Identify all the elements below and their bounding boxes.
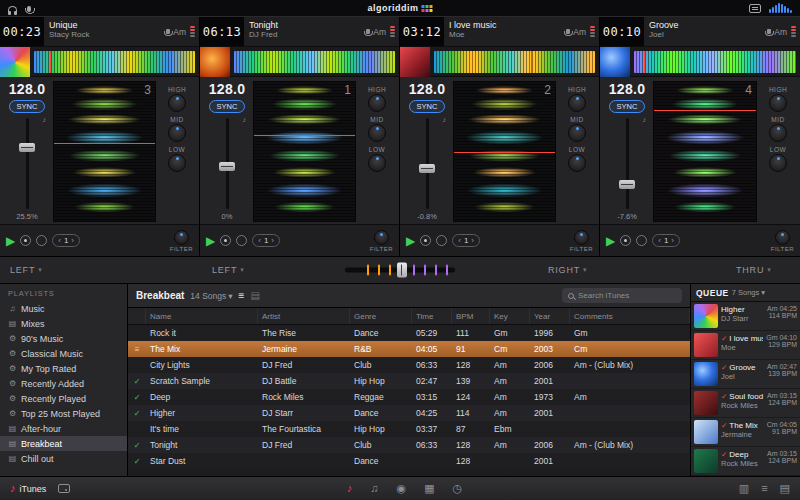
loop-increase-icon[interactable]: ›: [71, 236, 74, 245]
tempo-slider-handle[interactable]: [219, 162, 235, 171]
deck-assign-dropdown-1[interactable]: LEFT ▾: [10, 265, 43, 275]
loop-in-button[interactable]: [436, 235, 447, 246]
deck-time[interactable]: 03:12: [400, 17, 444, 46]
explorer-drive-icon[interactable]: [58, 484, 70, 493]
eq-mid-knob[interactable]: [769, 124, 787, 142]
tempo-slider[interactable]: ♪: [404, 118, 450, 209]
table-row[interactable]: City Lights DJ Fred Club 06:33 128 Am 20…: [128, 357, 690, 373]
tempo-slider-handle[interactable]: [619, 180, 635, 189]
waveform-display[interactable]: 3: [53, 81, 156, 222]
song-count-dropdown[interactable]: 14 Songs ▾: [190, 291, 232, 301]
loop-control[interactable]: ‹ 1 ›: [452, 234, 480, 247]
loop-decrease-icon[interactable]: ‹: [58, 236, 61, 245]
window-layout-icon[interactable]: [749, 4, 761, 13]
filter-knob[interactable]: [374, 230, 389, 245]
sidebar-item-classical-music[interactable]: ⚙ Classical Music: [0, 346, 127, 361]
sync-button[interactable]: SYNC: [409, 100, 446, 113]
queue-count-dropdown[interactable]: 7 Songs ▾: [732, 288, 765, 297]
queue-item[interactable]: ✓Groove Joel Am 02:47 139 BPM: [691, 360, 800, 389]
level-meter-icon[interactable]: [769, 3, 792, 13]
table-row-selected[interactable]: ≡ The Mix Jermaine R&B 04:05 91 Cm 2003 …: [128, 341, 690, 357]
queue-item[interactable]: Higher DJ Starr Am 04:25 114 BPM: [691, 302, 800, 331]
queue-item[interactable]: ✓Soul food Rock Miles Am 03:15 124 BPM: [691, 389, 800, 418]
column-header-status[interactable]: [128, 308, 146, 324]
tempo-slider-track[interactable]: [26, 118, 29, 209]
sidebar-item-music[interactable]: ♫ Music: [0, 301, 127, 316]
tempo-slider-handle[interactable]: [19, 143, 35, 152]
waveform-overview[interactable]: [434, 51, 595, 73]
filter-knob[interactable]: [775, 230, 790, 245]
deck-assign-dropdown-4[interactable]: THRU ▾: [736, 265, 772, 275]
microphone-icon[interactable]: [27, 6, 31, 12]
sidebar-item-my-top-rated[interactable]: ⚙ My Top Rated: [0, 361, 127, 376]
loop-in-button[interactable]: [636, 235, 647, 246]
table-row[interactable]: ✓ Scratch Sample DJ Battle Hip Hop 02:47…: [128, 373, 690, 389]
sidebar-item-after-hour[interactable]: ▤ After-hour: [0, 421, 127, 436]
eq-low-knob[interactable]: [368, 154, 386, 172]
waveform-display[interactable]: 2: [453, 81, 556, 222]
search-box[interactable]: [562, 288, 682, 303]
eq-mid-knob[interactable]: [168, 124, 186, 142]
loop-decrease-icon[interactable]: ‹: [258, 236, 261, 245]
eq-high-knob[interactable]: [168, 94, 186, 112]
eq-mid-knob[interactable]: [368, 124, 386, 142]
waveform-overview[interactable]: [34, 51, 195, 73]
view-list-icon[interactable]: ≡: [239, 291, 245, 301]
filter-knob[interactable]: [174, 230, 189, 245]
eq-high-knob[interactable]: [769, 94, 787, 112]
tempo-slider-track[interactable]: [226, 118, 229, 209]
column-header-year[interactable]: Year: [530, 308, 570, 324]
column-header-comments[interactable]: Comments: [570, 308, 690, 324]
tempo-slider-handle[interactable]: [419, 164, 435, 173]
play-button[interactable]: ▶: [206, 235, 215, 247]
songs-icon[interactable]: ♫: [370, 483, 378, 494]
cue-button[interactable]: [220, 235, 231, 246]
waveform-overview[interactable]: [234, 51, 395, 73]
queue-header[interactable]: QUEUE 7 Songs ▾: [691, 284, 800, 302]
deck-time[interactable]: 00:23: [0, 17, 44, 46]
loop-control[interactable]: ‹ 1 ›: [652, 234, 680, 247]
cue-button[interactable]: [420, 235, 431, 246]
bpm-display[interactable]: 128.0: [609, 81, 646, 97]
tempo-slider-track[interactable]: [426, 118, 429, 209]
deck-time[interactable]: 06:13: [200, 17, 244, 46]
filter-knob[interactable]: [574, 230, 589, 245]
play-button[interactable]: ▶: [606, 235, 615, 247]
view-albums-icon[interactable]: ▤: [250, 291, 259, 301]
loop-in-button[interactable]: [36, 235, 47, 246]
play-button[interactable]: ▶: [406, 235, 415, 247]
sidebar-item-recently-added[interactable]: ⚙ Recently Added: [0, 376, 127, 391]
queue-item[interactable]: ✓Deep Rock Miles Am 03:15 124 BPM: [691, 447, 800, 476]
loop-control[interactable]: ‹ 1 ›: [52, 234, 80, 247]
sync-button[interactable]: SYNC: [9, 100, 46, 113]
play-button[interactable]: ▶: [6, 235, 15, 247]
loop-increase-icon[interactable]: ›: [271, 236, 274, 245]
waveform-overview[interactable]: [634, 51, 796, 73]
sidebar-item-top-25-most-played[interactable]: ⚙ Top 25 Most Played: [0, 406, 127, 421]
sync-button[interactable]: SYNC: [209, 100, 246, 113]
table-row[interactable]: ✓ Deep Rock Miles Reggae 03:15 124 Am 19…: [128, 389, 690, 405]
eq-mid-knob[interactable]: [568, 124, 586, 142]
tempo-slider[interactable]: ♪: [4, 118, 50, 209]
turntable-icon[interactable]: ◉: [397, 483, 407, 494]
mixer-icon[interactable]: ▥: [739, 483, 749, 494]
history-clock-icon[interactable]: ◷: [453, 483, 463, 494]
bpm-display[interactable]: 128.0: [409, 81, 446, 97]
loop-decrease-icon[interactable]: ‹: [458, 236, 461, 245]
queue-panel-icon[interactable]: ▤: [780, 483, 790, 494]
sidebar-item-90s-music[interactable]: ⚙ 90's Music: [0, 331, 127, 346]
loop-increase-icon[interactable]: ›: [471, 236, 474, 245]
sidebar-item-chill-out[interactable]: ▤ Chill out: [0, 451, 127, 466]
column-header-time[interactable]: Time: [412, 308, 452, 324]
table-row[interactable]: ✓ Tonight DJ Fred Club 06:33 128 Am 2006…: [128, 437, 690, 453]
table-row[interactable]: ✓ Higher DJ Starr Dance 04:25 114 Am 200…: [128, 405, 690, 421]
queue-item[interactable]: ✓I love music Moe Gm 04:10 129 BPM: [691, 331, 800, 360]
cue-button[interactable]: [20, 235, 31, 246]
tempo-slider[interactable]: ♪: [604, 118, 650, 209]
table-row[interactable]: It's time The Fourtastica Hip Hop 03:37 …: [128, 421, 690, 437]
deck-assign-dropdown-3[interactable]: RIGHT ▾: [548, 265, 587, 275]
pads-grid-icon[interactable]: ▦: [424, 483, 434, 494]
crossfader[interactable]: [345, 268, 455, 273]
loop-decrease-icon[interactable]: ‹: [658, 236, 661, 245]
eq-low-knob[interactable]: [568, 154, 586, 172]
